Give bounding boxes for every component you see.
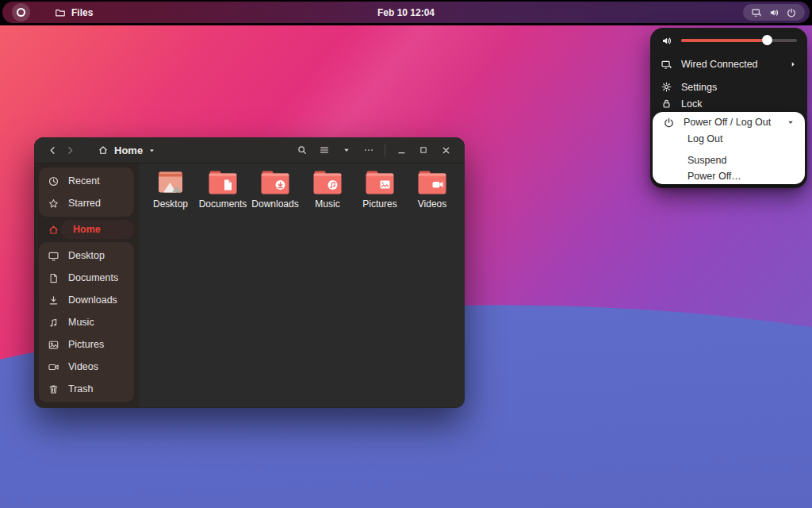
network-wired-icon	[661, 59, 672, 71]
folder-icon	[366, 171, 394, 194]
home-icon	[48, 224, 59, 236]
top-bar: Files Feb 10 12:04	[2, 2, 810, 23]
sidebar-item-label: Pictures	[68, 339, 104, 350]
sidebar-group-top: Recent Starred	[39, 167, 134, 217]
folder-label: Documents	[199, 198, 247, 210]
maximize-button[interactable]	[414, 140, 433, 160]
sidebar-item-recent[interactable]: Recent	[39, 170, 134, 192]
submenu-separator	[653, 147, 805, 152]
power-icon	[786, 7, 797, 18]
activities-button[interactable]	[12, 3, 30, 21]
sidebar-item-label: Music	[68, 317, 94, 328]
menu-item-label: Power Off / Log Out	[684, 117, 778, 128]
volume-slider-knob[interactable]	[762, 35, 772, 45]
window-menu-button[interactable]	[359, 140, 378, 160]
power-icon	[663, 117, 675, 129]
menu-item-power-off-log-out[interactable]: Power Off / Log Out	[653, 114, 805, 131]
folder-item-videos[interactable]: Videos	[406, 171, 458, 210]
sidebar: Recent Starred Home	[34, 164, 139, 407]
folder-label: Videos	[418, 198, 446, 210]
desktop-folder-icon	[156, 171, 185, 194]
files-window: Home	[34, 137, 465, 408]
sidebar-item-starred[interactable]: Starred	[39, 192, 134, 214]
video-camera-icon	[48, 361, 59, 373]
clock-icon	[48, 175, 59, 187]
location-button[interactable]: Home	[91, 140, 162, 160]
folder-item-pictures[interactable]: Pictures	[354, 171, 406, 210]
folder-item-documents[interactable]: Documents	[197, 171, 249, 210]
folder-item-desktop[interactable]: Desktop	[144, 171, 197, 210]
close-button[interactable]	[436, 140, 455, 160]
folder-icon	[261, 171, 289, 194]
menu-item-label: Wired Connected	[681, 59, 780, 70]
clock-label[interactable]: Feb 10 12:04	[377, 7, 435, 18]
search-button[interactable]	[293, 140, 312, 160]
folder-item-music[interactable]: Music	[301, 171, 354, 210]
view-options-caret-button[interactable]	[337, 140, 356, 160]
folder-label: Pictures	[362, 198, 396, 210]
clock-area: Feb 10 12:04	[2, 2, 810, 23]
submenu-item-suspend[interactable]: Suspend	[656, 152, 802, 168]
lock-icon	[661, 98, 672, 110]
quick-settings-menu: Wired Connected Settings Lock	[650, 28, 807, 188]
sidebar-item-label: Desktop	[68, 250, 105, 261]
sidebar-item-label: Downloads	[68, 294, 117, 306]
sidebar-item-videos[interactable]: Videos	[39, 356, 134, 378]
document-icon	[48, 272, 59, 284]
volume-row	[661, 31, 797, 50]
menu-item-settings[interactable]: Settings	[655, 79, 802, 95]
folder-label: Desktop	[153, 198, 188, 210]
sidebar-item-label: Starred	[68, 198, 101, 209]
sidebar-item-label: Recent	[68, 175, 100, 187]
sidebar-item-desktop[interactable]: Desktop	[39, 244, 134, 267]
sidebar-item-downloads[interactable]: Downloads	[39, 289, 134, 311]
view-list-button[interactable]	[315, 140, 334, 160]
sidebar-item-label: Trash	[68, 383, 94, 394]
sidebar-item-label: Documents	[68, 272, 118, 283]
folder-item-downloads[interactable]: Downloads	[249, 171, 301, 210]
caret-down-icon	[148, 147, 155, 154]
folder-icon	[55, 7, 66, 18]
network-wired-icon	[751, 7, 762, 18]
trash-icon	[48, 383, 59, 395]
sidebar-item-home[interactable]: Home	[39, 217, 134, 241]
folder-icon	[418, 171, 446, 194]
download-icon	[48, 294, 59, 306]
volume-icon	[768, 7, 779, 18]
folder-icon	[313, 171, 342, 194]
image-icon	[48, 339, 59, 351]
sidebar-item-music[interactable]: Music	[39, 311, 134, 333]
forward-button[interactable]	[61, 141, 79, 159]
minimize-button[interactable]	[392, 140, 411, 160]
music-note-icon	[48, 317, 59, 329]
back-button[interactable]	[44, 141, 61, 159]
folder-icon	[209, 171, 237, 194]
volume-slider-fill	[681, 39, 767, 42]
sidebar-group-places: Desktop Documents Downloads	[39, 242, 134, 402]
chevron-right-icon	[789, 60, 797, 68]
gear-icon	[661, 81, 672, 93]
sidebar-item-label: Home	[68, 224, 101, 235]
window-body: Recent Starred Home	[34, 164, 465, 407]
menu-item-wired-connected[interactable]: Wired Connected	[655, 55, 802, 74]
folder-label: Downloads	[251, 198, 298, 210]
sidebar-item-pictures[interactable]: Pictures	[39, 333, 134, 356]
display-icon	[48, 250, 59, 262]
app-name: Files	[71, 7, 93, 18]
focused-app-indicator[interactable]: Files	[55, 2, 93, 23]
titlebar-separator	[385, 144, 385, 156]
menu-item-label: Lock	[681, 98, 797, 110]
sidebar-item-trash[interactable]: Trash	[39, 378, 134, 400]
volume-slider[interactable]	[681, 39, 797, 42]
folder-grid: Desktop Documents	[139, 164, 465, 407]
sidebar-item-documents[interactable]: Documents	[39, 267, 134, 289]
menu-item-label: Settings	[681, 82, 797, 93]
submenu-item-power-off[interactable]: Power Off…	[656, 168, 802, 184]
system-tray-button[interactable]	[743, 4, 805, 21]
menu-item-lock[interactable]: Lock	[655, 95, 802, 112]
submenu-item-log-out[interactable]: Log Out	[656, 131, 802, 147]
volume-icon	[661, 35, 672, 47]
caret-down-icon	[787, 118, 795, 126]
home-icon	[98, 144, 109, 156]
star-icon	[48, 198, 59, 210]
